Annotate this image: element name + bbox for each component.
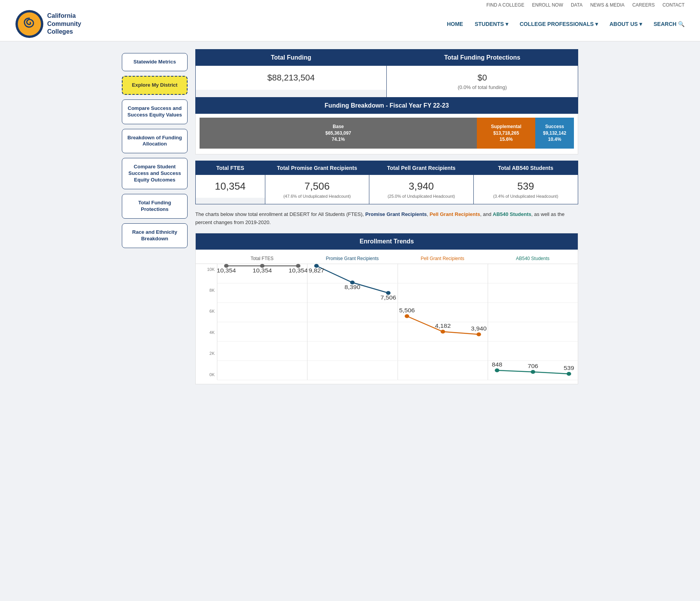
ab540-chart: 848 706 539 [488,264,578,380]
ftes-label-3: 10,354 [289,267,308,274]
main-content: Total Funding $88,213,504 Total Funding … [188,49,578,384]
bar-supplemental: Supplemental $13,718,265 15.6% [477,118,535,149]
y-label-4k: 4K [210,330,215,335]
bar-base: Base $65,363,097 74.1% [200,118,477,149]
total-funding-value: $88,213,504 [196,66,386,90]
promise-label-text: Promise Grant Recipients [365,211,427,217]
nav-search[interactable]: SEARCH 🔍 [654,21,685,27]
ab540-dot-3 [567,372,571,376]
chart-col-headers: Total FTES Promise Grant Recipients Pell… [196,253,578,264]
funding-breakdown-header: Funding Breakdown - Fiscal Year FY 22-23 [195,98,578,114]
y-label-0k: 0K [210,372,215,377]
y-axis: 10K 8K 6K 4K 2K 0K [196,264,217,380]
chart-ftes-panel: 10,354 10,354 10,354 [217,264,307,380]
sidebar-item-compare-student-success[interactable]: Compare Student Success and Success Equi… [122,158,188,189]
col-header-ab540: AB540 Students [488,256,578,261]
metric-ftes-value: 10,354 [196,175,265,198]
metric-pell: Total Pell Grant Recipients 3,940 (25.0%… [369,161,473,204]
pell-chart: 5,506 4,182 3,940 [398,264,488,380]
metric-pell-value: 3,940 (25.0% of Unduplicated Headcount) [369,175,473,204]
pell-label-3: 3,940 [471,325,487,332]
metric-promise: Total Promise Grant Recipients 7,506 (47… [265,161,369,204]
pell-dot-1 [405,314,409,318]
promise-label-3: 7,506 [381,295,396,301]
nav-news-media[interactable]: NEWS & MEDIA [590,2,625,8]
ab540-dot-2 [531,370,535,374]
total-funding-box: Total Funding $88,213,504 [196,50,387,97]
chart-ab540-panel: 848 706 539 [488,264,578,380]
promise-label-1: 9,827 [309,267,324,274]
sidebar-item-statewide-metrics[interactable]: Statewide Metrics [122,53,188,71]
metric-pell-header: Total Pell Grant Recipients [369,161,473,175]
col-header-ftes: Total FTES [217,256,307,261]
stacked-bar-container: Base $65,363,097 74.1% Supplemental $13,… [195,114,578,154]
metric-pell-sub: (25.0% of Unduplicated Headcount) [372,194,471,199]
pell-dot-3 [476,332,481,336]
promise-label-2: 8,390 [345,284,360,290]
metric-ab540-value: 539 (3.4% of Unduplicated Headcount) [474,175,578,204]
logo-swirl-icon [22,16,37,32]
chart-body: 10K 8K 6K 4K 2K 0K [196,264,578,380]
metric-ab540: Total AB540 Students 539 (3.4% of Undupl… [474,161,578,204]
nav-data[interactable]: DATA [571,2,582,8]
funding-top-row: Total Funding $88,213,504 Total Funding … [195,49,578,98]
pell-label-1: 5,506 [399,307,415,313]
ftes-chart: 10,354 10,354 10,354 [217,264,307,380]
pell-label-2: 4,182 [435,323,451,329]
sidebar-item-total-funding[interactable]: Total Funding Protections [122,194,188,219]
sidebar-item-race-ethnicity[interactable]: Race and Ethnicity Breakdown [122,223,188,248]
enrollment-chart-area: Total FTES Promise Grant Recipients Pell… [196,250,578,384]
ab540-label-1: 848 [492,361,502,368]
bar-success: Success $9,132,142 10.4% [535,118,574,149]
ab540-label-3: 539 [563,365,574,371]
description-text: The charts below show total enrollment a… [195,211,578,227]
ab540-dot-1 [495,368,499,372]
nav-students[interactable]: STUDENTS ▾ [475,21,508,27]
metric-promise-sub: (47.6% of Unduplicated Headcount) [268,194,367,199]
metrics-row: Total FTES 10,354 Total Promise Grant Re… [195,161,578,204]
nav-find-college[interactable]: FIND A COLLEGE [487,2,524,8]
metric-ftes-header: Total FTES [196,161,265,175]
funding-protections-sub: (0.0% of total funding) [391,84,574,90]
nav-college-professionals[interactable]: COLLEGE PROFESSIONALS ▾ [520,21,598,27]
page-container: Statewide Metrics Explore My District Co… [118,41,582,392]
stacked-bar: Base $65,363,097 74.1% Supplemental $13,… [200,118,574,149]
y-label-10k: 10K [207,267,215,272]
y-label-6k: 6K [210,309,215,313]
ftes-label-1: 10,354 [217,267,236,274]
nav-enroll-now[interactable]: ENROLL NOW [532,2,563,8]
col-header-empty [196,256,217,261]
promise-chart: 9,827 8,390 7,506 [307,264,397,380]
metric-promise-value: 7,506 (47.6% of Unduplicated Headcount) [265,175,369,204]
metric-ab540-sub: (3.4% of Unduplicated Headcount) [476,194,575,199]
sidebar: Statewide Metrics Explore My District Co… [122,49,188,384]
top-nav-upper: FIND A COLLEGE ENROLL NOW DATA NEWS & ME… [0,0,700,10]
ftes-label-2: 10,354 [253,267,272,274]
pell-dot-2 [440,330,445,334]
nav-contact[interactable]: CONTACT [662,2,685,8]
chart-pell-panel: 5,506 4,182 3,940 [398,264,488,380]
ab540-label-2: 706 [528,363,538,369]
nav-home[interactable]: HOME [447,21,463,27]
pell-label-text: Pell Grant Recipients [430,211,480,217]
metric-promise-header: Total Promise Grant Recipients [265,161,369,175]
metric-ab540-header: Total AB540 Students [474,161,578,175]
chart-promise-panel: 9,827 8,390 7,506 [307,264,397,380]
nav-about-us[interactable]: ABOUT US ▾ [610,21,642,27]
funding-protections-header: Total Funding Protections [387,50,578,66]
top-navigation: FIND A COLLEGE ENROLL NOW DATA NEWS & ME… [0,0,700,41]
col-header-pell: Pell Grant Recipients [398,256,488,261]
sidebar-item-explore-district[interactable]: Explore My District [122,76,188,95]
y-label-2k: 2K [210,351,215,356]
logo-circle [15,10,43,38]
top-nav-lower: California Community Colleges HOME STUDE… [0,10,700,41]
sidebar-item-breakdown-funding[interactable]: Breakdown of Funding Allocation [122,129,188,154]
sidebar-item-compare-success[interactable]: Compare Success and Success Equity Value… [122,99,188,124]
total-funding-header: Total Funding [196,50,386,66]
logo-inner [18,12,41,36]
logo-text: California Community Colleges [47,12,81,36]
nav-careers[interactable]: CAREERS [632,2,655,8]
metric-ftes: Total FTES 10,354 [196,161,265,204]
logo-area: California Community Colleges [15,10,81,38]
y-label-8k: 8K [210,288,215,293]
